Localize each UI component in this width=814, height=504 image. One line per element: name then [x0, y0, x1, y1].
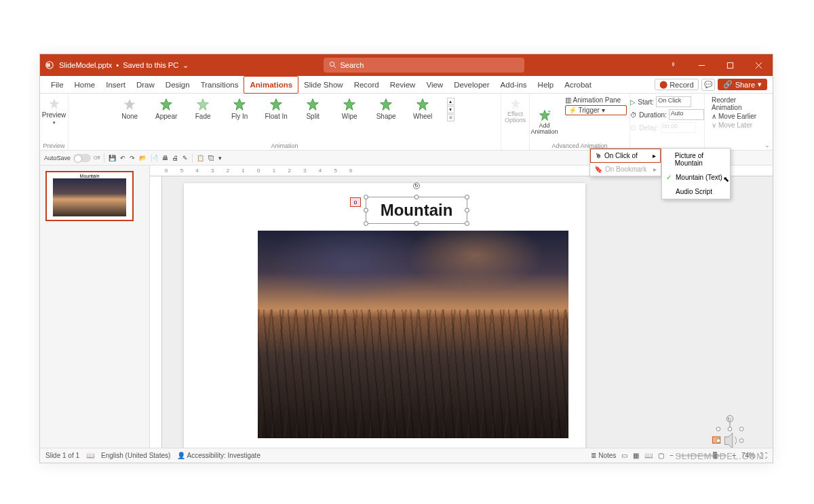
delay-field[interactable]: ⏲Delay:00.00 — [630, 122, 704, 133]
normal-view-icon[interactable]: ▭ — [621, 452, 627, 459]
anim-flyin[interactable]: Fly In — [225, 98, 254, 120]
vertical-ruler — [150, 176, 162, 448]
preview-button[interactable]: Preview ▾ — [41, 95, 68, 128]
selection-handle[interactable] — [465, 208, 469, 213]
ink-icon[interactable]: ✎ — [182, 155, 188, 161]
quick-print-icon[interactable]: 🖨 — [172, 155, 178, 161]
minimize-button[interactable] — [687, 54, 716, 76]
trigger-target-audio[interactable]: Audio Script — [662, 185, 730, 199]
spell-check-icon[interactable]: 📖 — [86, 452, 94, 459]
gallery-up-icon[interactable]: ▴ — [447, 98, 454, 105]
close-button[interactable] — [744, 54, 773, 76]
qat-dropdown-icon[interactable]: ▾ — [218, 155, 222, 161]
gallery-down-icon[interactable]: ▾ — [447, 106, 454, 113]
mountain-picture[interactable] — [258, 231, 568, 438]
animation-order-badge[interactable]: 0 — [350, 197, 361, 207]
anim-wipe[interactable]: Wipe — [334, 98, 364, 120]
trigger-on-click-of[interactable]: 🖱On Click of▸ — [590, 149, 661, 163]
coming-soon-icon[interactable] — [659, 54, 687, 76]
anim-floatin[interactable]: Float In — [261, 98, 291, 120]
duration-field[interactable]: ⏱Duration:Auto — [630, 109, 704, 120]
record-button[interactable]: ⬤Record — [655, 79, 698, 90]
save-icon[interactable]: 💾 — [109, 155, 116, 161]
slide[interactable]: ↻ 0 Mountain — [184, 183, 585, 448]
search-icon — [329, 61, 336, 70]
effect-options-button[interactable]: Effect Options — [503, 95, 527, 126]
autosave-toggle[interactable]: AutoSave Off — [44, 154, 100, 162]
tab-addins[interactable]: Add-ins — [495, 76, 532, 94]
paste-icon[interactable]: 📋 — [197, 155, 204, 161]
anim-none[interactable]: None — [115, 98, 144, 120]
tab-record[interactable]: Record — [349, 76, 385, 94]
thumbnail-pane[interactable]: 1 Mountain — [40, 166, 150, 448]
open-icon[interactable]: 📂 — [139, 155, 147, 161]
selection-handle[interactable] — [465, 195, 469, 199]
share-button[interactable]: 🔗Share▾ — [718, 79, 767, 90]
print-icon[interactable]: 🖶 — [162, 155, 168, 161]
gallery-more-icon[interactable]: ≡ — [447, 114, 454, 121]
title-text-box[interactable]: ↻ 0 Mountain — [366, 197, 467, 224]
tab-slideshow[interactable]: Slide Show — [298, 76, 349, 94]
file-title[interactable]: SlideModel.pptx • Saved to this PC ⌄ — [59, 61, 189, 70]
accessibility-status[interactable]: 👤 Accessibility: Investigate — [177, 452, 260, 459]
collapse-ribbon-icon[interactable]: ⌄ — [764, 142, 770, 149]
notes-button[interactable]: ≣ Notes — [591, 452, 616, 459]
animation-pane-button[interactable]: ▥Animation Pane — [565, 96, 627, 104]
undo-icon[interactable]: ↶ — [120, 155, 125, 161]
animation-gallery[interactable]: None Appear Fade Fly In Float In Split W… — [111, 95, 459, 124]
selection-handle[interactable] — [364, 221, 368, 226]
tab-review[interactable]: Review — [385, 76, 421, 94]
selection-handle[interactable] — [364, 195, 368, 199]
slide-canvas-area[interactable]: 6 5 4 3 2 1 0 1 2 3 4 5 6 ↻ 0 Mountain ↻… — [150, 166, 773, 448]
selection-handle[interactable] — [414, 195, 419, 199]
tab-draw[interactable]: Draw — [131, 76, 160, 94]
svg-marker-15 — [344, 99, 355, 111]
new-icon[interactable]: 📄 — [151, 155, 158, 161]
anim-fade[interactable]: Fade — [188, 98, 218, 120]
start-field[interactable]: ▷Start:On Click — [630, 96, 704, 107]
anim-wheel[interactable]: Wheel — [408, 98, 438, 120]
tab-view[interactable]: View — [421, 76, 448, 94]
svg-text:+: + — [547, 109, 551, 115]
dot: • — [116, 61, 119, 69]
sorter-view-icon[interactable]: ▦ — [633, 452, 639, 459]
add-animation-button[interactable]: + Add Animation — [530, 95, 560, 149]
zoom-out-icon[interactable]: − — [670, 452, 674, 459]
rotate-handle-icon[interactable]: ↻ — [413, 182, 420, 189]
slideshow-view-icon[interactable]: ▢ — [658, 452, 664, 459]
reading-view-icon[interactable]: 📖 — [644, 452, 653, 459]
selection-handle[interactable] — [364, 208, 368, 213]
trigger-button[interactable]: ⚡Trigger▾ — [565, 105, 627, 115]
comments-button[interactable]: 💬 — [701, 79, 715, 91]
search-box[interactable]: Search — [324, 58, 524, 73]
slide-counter[interactable]: Slide 1 of 1 — [45, 452, 79, 459]
redo-icon[interactable]: ↷ — [130, 155, 135, 161]
move-earlier-button[interactable]: ∧Move Earlier — [712, 113, 766, 120]
tab-design[interactable]: Design — [160, 76, 195, 94]
anim-split[interactable]: Split — [298, 98, 328, 120]
trigger-target-picture[interactable]: Picture of Mountain — [662, 149, 730, 170]
tab-file[interactable]: File — [45, 76, 69, 94]
language-status[interactable]: English (United States) — [101, 452, 170, 459]
anim-appear[interactable]: Appear — [151, 98, 181, 120]
anim-shape[interactable]: Shape — [371, 98, 401, 120]
slide-thumbnail-1[interactable]: Mountain — [45, 171, 134, 221]
tab-developer[interactable]: Developer — [448, 76, 495, 94]
tab-help[interactable]: Help — [532, 76, 560, 94]
move-later-button[interactable]: ∨Move Later — [712, 121, 766, 129]
audio-object[interactable]: ↻ ⚡ — [704, 410, 756, 448]
tab-insert[interactable]: Insert — [100, 76, 131, 94]
svg-point-25 — [728, 427, 732, 431]
maximize-button[interactable] — [716, 54, 744, 76]
tab-acrobat[interactable]: Acrobat — [559, 76, 597, 94]
trigger-object-submenu: Picture of Mountain ✓Mountain (Text) Aud… — [661, 148, 731, 199]
selection-handle[interactable] — [414, 221, 419, 226]
trigger-target-text[interactable]: ✓Mountain (Text) — [662, 170, 730, 185]
title-text[interactable]: Mountain — [381, 201, 453, 220]
svg-rect-5 — [727, 62, 733, 68]
duplicate-icon[interactable]: ⿻ — [208, 155, 214, 161]
selection-handle[interactable] — [465, 221, 469, 226]
tab-home[interactable]: Home — [69, 76, 101, 94]
tab-animations[interactable]: Animations — [244, 76, 298, 94]
tab-transitions[interactable]: Transitions — [195, 76, 244, 94]
